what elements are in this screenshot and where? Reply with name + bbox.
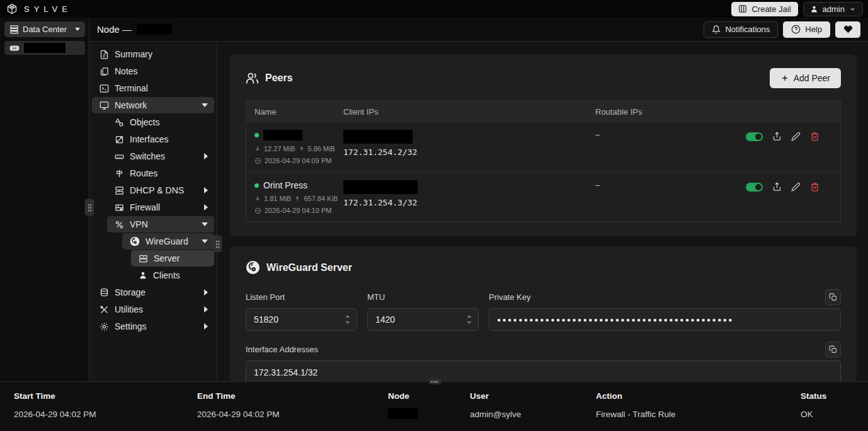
upload-arrow-icon [294, 195, 300, 202]
nav-item-vpn[interactable]: VPN [107, 216, 214, 233]
favorite-button[interactable] [835, 21, 860, 38]
download-arrow-icon [254, 146, 261, 152]
chevron-right-icon [204, 323, 208, 330]
bell-icon [712, 25, 721, 34]
sylve-logo-icon [6, 3, 18, 14]
nav-item-firewall[interactable]: Firewall [107, 199, 214, 216]
private-key-input[interactable] [489, 308, 841, 331]
nav-item-interfaces[interactable]: Interfaces [107, 131, 214, 147]
add-peer-button[interactable]: Add Peer [770, 68, 841, 88]
nav-item-clients[interactable]: Clients [131, 267, 214, 284]
upload-arrow-icon [299, 146, 305, 152]
wireguard-server-card: WireGuard Server Listen Port [230, 246, 857, 381]
brand-name: SYLVE [24, 4, 72, 14]
delete-peer-icon[interactable] [810, 132, 819, 141]
handshake-icon [254, 158, 261, 164]
nav-item-server[interactable]: Server [131, 250, 214, 267]
nav-item-routes[interactable]: Routes [107, 165, 214, 181]
peer-name-redacted [263, 130, 302, 141]
chevron-right-icon [204, 204, 208, 210]
files-icon [100, 67, 109, 76]
audit-status: OK [801, 410, 868, 419]
client-ip-value: 172.31.254.2/32 [343, 147, 579, 157]
interface-addresses-textarea[interactable]: 172.31.254.1/32 fd58:194b:c598::1/48 [246, 360, 841, 381]
col-action: Action [596, 391, 801, 401]
chevron-down-icon [202, 222, 208, 226]
mtu-label: MTU [367, 292, 385, 302]
edit-peer-icon[interactable] [791, 182, 801, 192]
copy-icon [829, 293, 837, 301]
nav-item-objects[interactable]: Objects [107, 114, 214, 130]
nav-item-switches[interactable]: Switches [107, 148, 214, 164]
notifications-button[interactable]: Notifications [704, 21, 778, 38]
peers-table-header: Name Client IPs Routable IPs [246, 101, 840, 122]
nav-item-terminal[interactable]: Terminal [92, 80, 214, 96]
chevron-right-icon [204, 289, 208, 296]
chevron-down-icon [202, 239, 208, 243]
plus-icon [780, 74, 789, 83]
terminal-icon [100, 84, 109, 93]
tree-node-host[interactable] [4, 41, 85, 55]
panel-resize-grip[interactable]: ••• [428, 379, 441, 384]
shapes-icon [115, 118, 124, 127]
edit-peer-icon[interactable] [791, 132, 801, 141]
chevron-right-icon [204, 306, 208, 313]
audit-row: 2026-04-29 04:02 PM 2026-04-29 04:02 PM … [0, 404, 868, 424]
chevron-down-icon [849, 6, 856, 13]
create-jail-button[interactable]: Create Jail [731, 2, 797, 16]
routable-ips-value: – [587, 173, 746, 222]
client-ip-value: 172.31.254.3/32 [343, 198, 579, 207]
node-name-redacted [137, 24, 172, 35]
vpn-icon [115, 220, 124, 229]
private-key-label: Private Key [489, 292, 530, 302]
nav-item-notes[interactable]: Notes [92, 63, 214, 79]
nav-item-storage[interactable]: Storage [92, 284, 214, 301]
help-circle-icon [791, 25, 801, 34]
nav-item-utilities[interactable]: Utilities [92, 301, 214, 318]
number-spinner-icon[interactable] [344, 314, 351, 325]
copy-interface-addresses-button[interactable] [825, 342, 841, 357]
help-button[interactable]: Help [783, 21, 830, 38]
nav-item-wireguard[interactable]: WireGuard [122, 233, 214, 250]
col-status: Status [801, 391, 868, 401]
server-icon [139, 254, 148, 263]
peer-handshake: 2026-04-29 04:10 PM [254, 207, 327, 214]
peer-transfer-stats: 12.27 MiB 5.86 MiB [254, 145, 327, 152]
nav-resize-grip[interactable] [213, 236, 222, 252]
nav-item-dhcp-dns[interactable]: DHCP & DNS [107, 182, 214, 198]
listen-port-input[interactable] [246, 308, 357, 331]
share-config-icon[interactable] [772, 182, 782, 192]
wireguard-icon [130, 236, 140, 246]
handshake-icon [254, 207, 261, 214]
dhcp-dns-icon [115, 186, 124, 195]
nav-item-settings[interactable]: Settings [92, 318, 214, 335]
nav-item-network[interactable]: Network [92, 97, 214, 113]
col-node: Node [388, 391, 470, 401]
audit-end-time: 2026-04-29 04:02 PM [197, 410, 388, 419]
datacenter-selector[interactable]: Data Center [4, 21, 85, 37]
online-status-dot [254, 183, 259, 188]
nav-item-summary[interactable]: Summary [92, 46, 214, 62]
audit-header-row: Start Time End Time Node User Action Sta… [0, 388, 868, 404]
user-menu-button[interactable]: admin [803, 2, 863, 16]
user-icon [810, 5, 818, 13]
delete-peer-icon[interactable] [810, 182, 819, 192]
interfaces-icon [115, 135, 124, 144]
copy-icon [829, 345, 837, 353]
col-user: User [470, 391, 596, 401]
mtu-input[interactable] [367, 308, 479, 331]
gear-icon [100, 322, 109, 331]
sidebar-resize-grip[interactable] [85, 199, 94, 216]
client-ip-redacted [343, 130, 413, 144]
number-spinner-icon[interactable] [465, 314, 473, 325]
copy-private-key-button[interactable] [825, 289, 841, 305]
share-config-icon[interactable] [772, 132, 782, 141]
file-text-icon [100, 50, 109, 59]
peer-transfer-stats: 1.81 MiB 657.84 KiB [254, 195, 327, 202]
wireguard-server-title: WireGuard Server [266, 262, 352, 273]
peer-enabled-toggle[interactable] [746, 183, 763, 192]
peer-enabled-toggle[interactable] [746, 132, 763, 141]
datacenter-sidebar: Data Center [0, 18, 89, 381]
wireguard-icon [246, 260, 260, 275]
peers-card: Peers Add Peer Name Client IPs Routable … [230, 54, 857, 236]
